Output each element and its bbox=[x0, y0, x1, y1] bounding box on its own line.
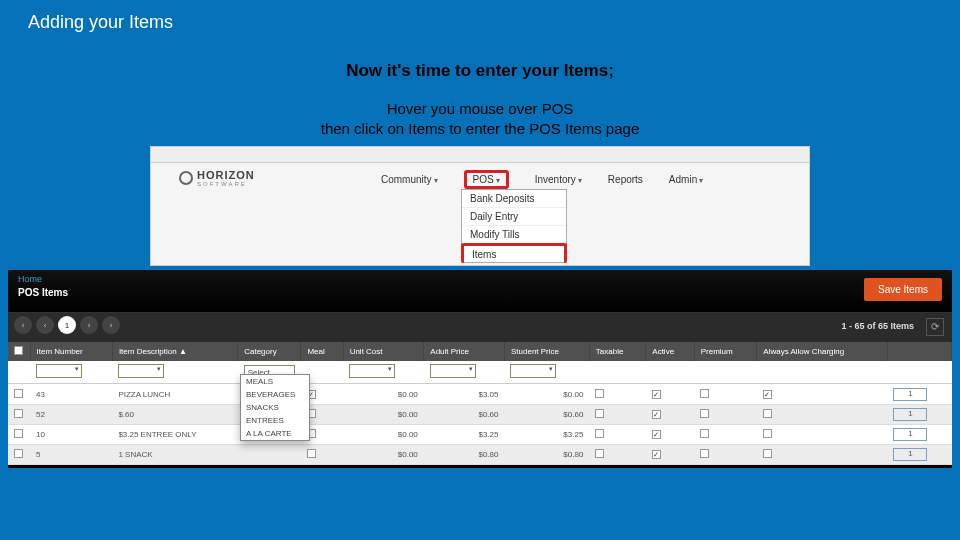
breadcrumb-home[interactable]: Home bbox=[18, 274, 42, 284]
pager-last[interactable]: › bbox=[102, 316, 120, 334]
checkbox[interactable] bbox=[700, 389, 709, 398]
filter-unit-cost[interactable] bbox=[349, 364, 395, 378]
items-grid: Item Number Item Description ▲ Category … bbox=[8, 342, 952, 465]
dropdown-bank-deposits[interactable]: Bank Deposits bbox=[462, 190, 566, 208]
pager-prev[interactable]: ‹ bbox=[36, 316, 54, 334]
cell-student-price: $0.60 bbox=[504, 405, 589, 425]
col-premium[interactable]: Premium bbox=[694, 342, 757, 361]
pager-next[interactable]: › bbox=[80, 316, 98, 334]
cell-item-number: 5 bbox=[30, 445, 112, 465]
cell-adult-price: $0.80 bbox=[424, 445, 505, 465]
cell-adult-price: $3.25 bbox=[424, 425, 505, 445]
cat-beverages[interactable]: BEVERAGES bbox=[241, 388, 309, 401]
logo-icon bbox=[179, 171, 193, 185]
save-items-button[interactable]: Save Items bbox=[864, 278, 942, 301]
col-active[interactable]: Active bbox=[646, 342, 694, 361]
checkbox[interactable] bbox=[652, 410, 661, 419]
checkbox[interactable] bbox=[700, 409, 709, 418]
checkbox[interactable] bbox=[763, 429, 772, 438]
col-item-description[interactable]: Item Description ▲ bbox=[112, 342, 237, 361]
col-select[interactable] bbox=[8, 342, 30, 361]
cell-description: $.60 bbox=[112, 405, 237, 425]
page-header: Home POS Items Save Items bbox=[8, 270, 952, 312]
menu-reports[interactable]: Reports bbox=[608, 174, 643, 185]
checkbox[interactable] bbox=[652, 450, 661, 459]
checkbox[interactable] bbox=[307, 449, 316, 458]
cell-item-number: 10 bbox=[30, 425, 112, 445]
cell-student-price: $0.00 bbox=[504, 384, 589, 405]
category-dropdown: MEALS BEVERAGES SNACKS ENTREES A LA CART… bbox=[240, 374, 310, 441]
instruction-line2: then click on Items to enter the POS Ite… bbox=[321, 120, 640, 137]
table-row: 51 SNACK$0.00$0.80$0.801 bbox=[8, 445, 952, 465]
filter-student-price[interactable] bbox=[510, 364, 556, 378]
table-row: 10$3.25 ENTREE ONLY$0.00$3.25$3.251 bbox=[8, 425, 952, 445]
checkbox[interactable] bbox=[14, 429, 23, 438]
col-allow-charging[interactable]: Always Allow Charging bbox=[757, 342, 888, 361]
menu-inventory[interactable]: Inventory bbox=[535, 174, 582, 185]
instruction-text: Hover you mouse over POS then click on I… bbox=[0, 99, 960, 140]
lead-text: Now it's time to enter your Items; bbox=[0, 61, 960, 81]
logo-text: HORIZONSOFTWARE bbox=[197, 169, 255, 187]
cell-adult-price: $3.05 bbox=[424, 384, 505, 405]
cat-alacarte[interactable]: A LA CARTE bbox=[241, 427, 309, 440]
grid-toolbar: ‹ ‹ 1 › › 1 - 65 of 65 Items ⟳ bbox=[8, 312, 952, 342]
col-adult-price[interactable]: Adult Price bbox=[424, 342, 505, 361]
checkbox[interactable] bbox=[595, 429, 604, 438]
menu-admin[interactable]: Admin bbox=[669, 174, 703, 185]
checkbox[interactable] bbox=[595, 449, 604, 458]
filter-item-number[interactable] bbox=[36, 364, 82, 378]
cell-item-number: 43 bbox=[30, 384, 112, 405]
menu-pos[interactable]: POS bbox=[464, 170, 509, 189]
pager-first[interactable]: ‹ bbox=[14, 316, 32, 334]
checkbox[interactable] bbox=[652, 430, 661, 439]
instruction-line1: Hover you mouse over POS bbox=[387, 100, 574, 117]
col-category[interactable]: Category bbox=[238, 342, 301, 361]
cat-snacks[interactable]: SNACKS bbox=[241, 401, 309, 414]
cell-unit-cost: $0.00 bbox=[343, 384, 424, 405]
cell-unit-cost: $0.00 bbox=[343, 425, 424, 445]
qty-input[interactable]: 1 bbox=[893, 388, 927, 401]
checkbox[interactable] bbox=[14, 389, 23, 398]
table-row: 52$.60$0.00$0.60$0.601 bbox=[8, 405, 952, 425]
checkbox[interactable] bbox=[595, 389, 604, 398]
dropdown-modify-tills[interactable]: Modify Tills bbox=[462, 226, 566, 244]
col-meal[interactable]: Meal bbox=[301, 342, 343, 361]
cell-description: PIZZA LUNCH bbox=[112, 384, 237, 405]
page-title: POS Items bbox=[18, 287, 68, 298]
app-logo: HORIZONSOFTWARE bbox=[179, 169, 255, 187]
col-item-number[interactable]: Item Number bbox=[30, 342, 112, 361]
checkbox[interactable] bbox=[763, 409, 772, 418]
cell-student-price: $3.25 bbox=[504, 425, 589, 445]
dropdown-daily-entry[interactable]: Daily Entry bbox=[462, 208, 566, 226]
cell-student-price: $0.80 bbox=[504, 445, 589, 465]
qty-input[interactable]: 1 bbox=[893, 448, 927, 461]
screenshot-pos-items: Home POS Items Save Items ‹ ‹ 1 › › 1 - … bbox=[8, 270, 952, 468]
checkbox[interactable] bbox=[595, 409, 604, 418]
checkbox[interactable] bbox=[14, 409, 23, 418]
browser-chrome bbox=[151, 147, 809, 163]
cat-entrees[interactable]: ENTREES bbox=[241, 414, 309, 427]
col-unit-cost[interactable]: Unit Cost bbox=[343, 342, 424, 361]
cat-meals[interactable]: MEALS bbox=[241, 375, 309, 388]
checkbox[interactable] bbox=[763, 449, 772, 458]
col-taxable[interactable]: Taxable bbox=[589, 342, 645, 361]
qty-input[interactable]: 1 bbox=[893, 408, 927, 421]
qty-input[interactable]: 1 bbox=[893, 428, 927, 441]
checkbox[interactable] bbox=[700, 449, 709, 458]
cell-description: 1 SNACK bbox=[112, 445, 237, 465]
menu-community[interactable]: Community bbox=[381, 174, 438, 185]
col-qty bbox=[887, 342, 951, 361]
pager-page-1[interactable]: 1 bbox=[58, 316, 76, 334]
slide-title: Adding your Items bbox=[0, 0, 960, 33]
cell-description: $3.25 ENTREE ONLY bbox=[112, 425, 237, 445]
checkbox[interactable] bbox=[763, 390, 772, 399]
checkbox[interactable] bbox=[700, 429, 709, 438]
checkbox[interactable] bbox=[652, 390, 661, 399]
main-menu: Community POS Inventory Reports Admin bbox=[381, 170, 703, 189]
refresh-button[interactable]: ⟳ bbox=[926, 318, 944, 336]
col-student-price[interactable]: Student Price bbox=[504, 342, 589, 361]
filter-adult-price[interactable] bbox=[430, 364, 476, 378]
dropdown-items[interactable]: Items bbox=[461, 243, 567, 263]
filter-description[interactable] bbox=[118, 364, 164, 378]
checkbox[interactable] bbox=[14, 449, 23, 458]
